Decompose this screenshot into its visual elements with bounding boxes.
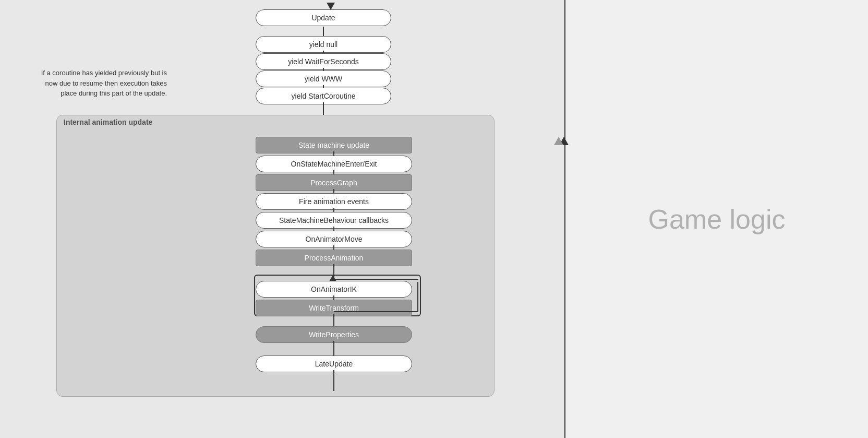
line11 (333, 245, 334, 250)
line8 (333, 189, 334, 193)
game-logic-panel: Game logic (565, 0, 868, 438)
line-ik (333, 295, 334, 300)
left-content: If a coroutine has yielded previously bu… (0, 0, 565, 438)
loop-arrow-vertical (417, 282, 418, 311)
line10 (333, 227, 334, 231)
internal-animation-label: Internal animation update (64, 118, 152, 126)
main-container: Game logic If a coroutine has yielded pr… (0, 0, 868, 438)
annotation-text: If a coroutine has yielded previously bu… (31, 68, 167, 99)
top-entry-arrow (327, 3, 335, 10)
loop-arrow-horiz-top (334, 279, 418, 280)
line6 (333, 151, 334, 156)
line14 (333, 341, 334, 356)
game-logic-label: Game logic (648, 204, 786, 235)
loop-arrow-horiz-bottom (334, 311, 418, 312)
line7 (333, 170, 334, 174)
loop-arrow-head (329, 275, 336, 281)
line-update-to-yield (323, 27, 324, 36)
update-box: Update (256, 9, 391, 26)
line-below-late-update (333, 370, 334, 391)
line9 (333, 208, 334, 212)
